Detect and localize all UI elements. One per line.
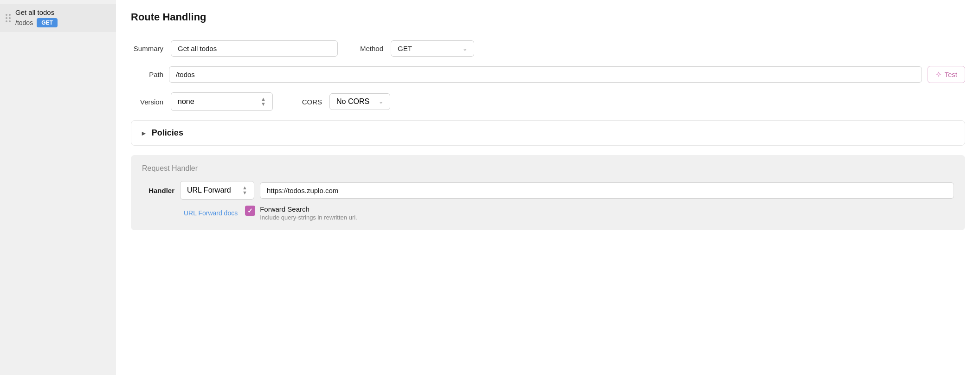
forward-search-checkbox[interactable]: ✓ [245, 206, 255, 216]
lightning-icon: ✧ [935, 70, 941, 79]
policies-header[interactable]: ► Policies [141, 128, 955, 138]
handler-url-input[interactable] [260, 182, 954, 199]
policies-section: ► Policies [131, 120, 965, 146]
summary-method-row: Summary Method GET ⌄ [131, 40, 965, 57]
sidebar-item-path: /todos [15, 19, 33, 26]
sidebar-item-get-todos[interactable]: Get all todos /todos GET [0, 4, 116, 32]
cors-label: CORS [290, 98, 322, 106]
version-select-value: none [178, 97, 194, 106]
cors-chevron-icon: ⌄ [379, 98, 383, 105]
handler-docs-row: URL Forward docs ✓ Forward Search Includ… [184, 205, 954, 221]
drag-handle [6, 14, 11, 22]
url-forward-docs-link[interactable]: URL Forward docs [184, 209, 238, 217]
path-label: Path [131, 71, 163, 78]
spinner-icon: ▲ ▼ [261, 97, 266, 107]
handler-select-value: URL Forward [187, 186, 231, 194]
chevron-down-icon: ⌄ [463, 45, 467, 52]
forward-search-desc: Include query-strings in rewritten url. [260, 214, 357, 221]
summary-input[interactable] [171, 40, 338, 57]
version-label: Version [131, 98, 163, 106]
handler-section: Request Handler Handler URL Forward ▲ ▼ … [131, 155, 965, 230]
forward-search-title: Forward Search [260, 205, 357, 213]
policies-title: Policies [152, 128, 183, 138]
method-select-value: GET [398, 45, 412, 52]
method-label: Method [351, 45, 383, 52]
handler-label: Handler [142, 187, 174, 194]
path-input[interactable] [169, 66, 922, 83]
cors-select[interactable]: No CORS ⌄ [329, 93, 390, 110]
path-row: Path ✧ Test [131, 66, 965, 83]
checkmark-icon: ✓ [247, 207, 253, 214]
version-cors-row: Version none ▲ ▼ CORS No CORS ⌄ [131, 92, 965, 111]
handler-section-title: Request Handler [142, 164, 954, 173]
sidebar: Get all todos /todos GET [0, 0, 116, 375]
chevron-right-icon: ► [141, 129, 147, 137]
main-content: Route Handling Summary Method GET ⌄ Path… [116, 0, 980, 375]
page-title: Route Handling [131, 11, 965, 29]
forward-search-area: ✓ Forward Search Include query-strings i… [245, 205, 357, 221]
sidebar-item-title: Get all todos [15, 8, 110, 16]
test-button[interactable]: ✧ Test [928, 66, 965, 83]
sidebar-item-badge: GET [37, 18, 58, 27]
cors-select-value: No CORS [336, 97, 369, 106]
handler-spinner-icon: ▲ ▼ [242, 185, 247, 195]
test-button-label: Test [944, 71, 957, 78]
handler-row: Handler URL Forward ▲ ▼ [142, 181, 954, 200]
version-select[interactable]: none ▲ ▼ [171, 92, 273, 111]
handler-select[interactable]: URL Forward ▲ ▼ [180, 181, 254, 200]
summary-label: Summary [131, 45, 163, 52]
method-select[interactable]: GET ⌄ [391, 40, 474, 57]
